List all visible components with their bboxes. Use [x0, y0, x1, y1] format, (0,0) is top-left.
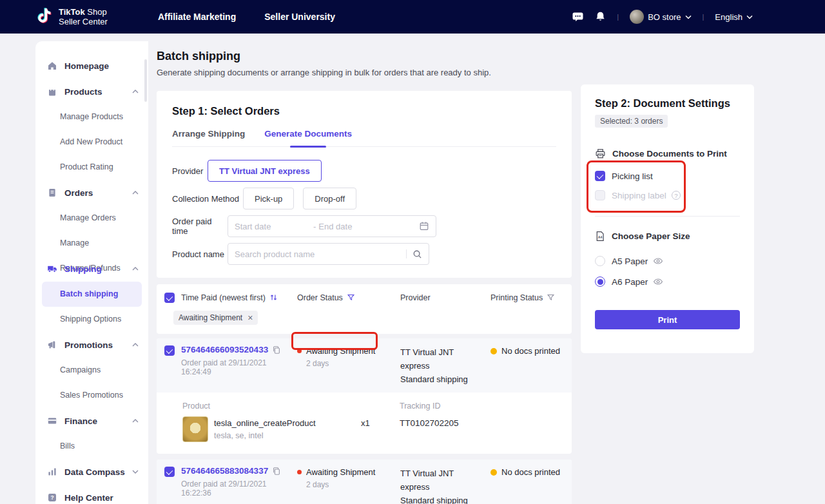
- provider-label: Provider: [172, 166, 208, 176]
- sidebar-item-batch-shipping[interactable]: Batch shipping: [42, 282, 142, 307]
- sidebar-item-label: Data Compass: [64, 467, 125, 477]
- shipping-label-label: Shipping label: [612, 191, 666, 200]
- copy-icon[interactable]: [272, 467, 281, 476]
- sidebar-item-promotions[interactable]: Promotions: [35, 332, 148, 358]
- chevron-down-icon: [132, 470, 139, 474]
- page-title: Batch shipping: [157, 50, 572, 63]
- help-circle-icon[interactable]: ?: [672, 191, 681, 200]
- tiktok-shop-logo[interactable]: TikTok Shop Seller Center: [36, 6, 108, 27]
- shipping-label-checkbox-disabled[interactable]: [595, 190, 605, 200]
- printing-status-dot-yellow: [490, 469, 497, 476]
- sidebar-item-sales-promotions[interactable]: Sales Promotions: [35, 383, 148, 408]
- product-search-box[interactable]: [228, 243, 429, 265]
- product-search-input[interactable]: [235, 249, 406, 259]
- order-checkbox[interactable]: [164, 467, 175, 477]
- sort-time-paid[interactable]: Time Paid (newest first): [181, 293, 297, 302]
- promotions-megaphone-icon: [47, 340, 57, 350]
- order-id-link[interactable]: 576464665883084337: [181, 466, 268, 476]
- sidebar-item-manage-orders[interactable]: Manage Orders: [35, 206, 148, 231]
- nav-link-affiliate-marketing[interactable]: Affiliate Marketing: [158, 12, 236, 22]
- remove-filter-icon[interactable]: ×: [248, 313, 253, 322]
- product-name: tesla_online_createProduct: [214, 418, 316, 428]
- picking-list-checkbox[interactable]: [595, 171, 605, 181]
- shipping-truck-icon: [47, 264, 57, 274]
- provider-line1: TT Virtual JNT: [400, 345, 490, 359]
- order-checkbox[interactable]: [164, 345, 175, 356]
- notifications-bell-icon[interactable]: [595, 11, 606, 23]
- end-date-input[interactable]: [318, 222, 394, 231]
- sidebar-item-help-center[interactable]: ? Help Center: [35, 485, 148, 504]
- step2-panel: Step 2: Document Settings Selected: 3 or…: [581, 84, 754, 353]
- shipping-label-option[interactable]: Shipping label ?: [595, 190, 740, 200]
- select-all-checkbox[interactable]: [164, 293, 175, 303]
- picking-list-option[interactable]: Picking list: [595, 171, 740, 181]
- nav-link-seller-university[interactable]: Seller University: [264, 12, 335, 22]
- sidebar-item-orders[interactable]: Orders: [35, 180, 148, 206]
- store-switcher[interactable]: BO store: [630, 10, 691, 24]
- print-button[interactable]: Print: [595, 310, 740, 329]
- language-selector[interactable]: English: [715, 12, 753, 22]
- sidebar-item-label: Help Center: [64, 493, 113, 503]
- data-compass-chart-icon: [47, 467, 57, 477]
- logo-word-tiktok: TikTok: [59, 7, 85, 17]
- tiktok-note-icon: [36, 6, 53, 27]
- pickup-button[interactable]: Pick-up: [243, 188, 294, 209]
- sidebar-item-finance[interactable]: Finance: [35, 408, 148, 434]
- sidebar-item-shipping-options[interactable]: Shipping Options: [35, 307, 148, 332]
- order-age: 2 days: [297, 359, 400, 368]
- order-age: 2 days: [297, 480, 400, 489]
- sidebar-item-product-rating[interactable]: Product Rating: [35, 155, 148, 180]
- filter-tag-awaiting-shipment[interactable]: Awaiting Shipment ×: [173, 311, 258, 325]
- start-date-input[interactable]: [235, 222, 311, 231]
- preview-eye-icon[interactable]: [653, 257, 663, 266]
- a6-radio-selected[interactable]: [595, 276, 605, 287]
- provider-selected-button[interactable]: TT Virtual JNT express: [208, 160, 322, 182]
- sidebar-item-label: Promotions: [64, 340, 113, 350]
- preview-eye-icon[interactable]: [653, 277, 663, 286]
- filter-order-status[interactable]: Order Status: [297, 293, 400, 302]
- help-question-icon: ?: [47, 492, 57, 503]
- orders-document-icon: [47, 188, 57, 198]
- order-card: 576464666093520433 Order paid at 29/11/2…: [157, 338, 572, 454]
- search-icon[interactable]: [412, 249, 422, 259]
- choose-paper-size-section: A4 Choose Paper Size: [595, 231, 740, 242]
- a5-paper-option[interactable]: A5 Paper: [595, 256, 740, 266]
- a6-paper-option[interactable]: A6 Paper: [595, 276, 740, 287]
- printing-status-dot-yellow: [490, 348, 497, 354]
- calendar-icon[interactable]: [419, 221, 429, 231]
- product-name-label: Product name: [172, 249, 228, 259]
- sidebar-scrollbar[interactable]: [144, 59, 147, 102]
- sidebar-item-label: Orders: [64, 188, 93, 198]
- tab-generate-documents[interactable]: Generate Documents: [264, 129, 352, 146]
- filter-funnel-icon: [547, 293, 555, 302]
- nav-divider: |: [617, 13, 619, 21]
- sidebar-item-campaigns[interactable]: Campaigns: [35, 358, 148, 383]
- sidebar-item-manage-returns-refunds[interactable]: Manage Returns/Refunds: [35, 231, 148, 256]
- sort-arrows-icon: [269, 293, 278, 302]
- shipping-method: Standard shipping: [400, 373, 490, 386]
- sidebar-item-label: Homepage: [64, 61, 109, 71]
- shipping-method: Standard shipping: [400, 494, 490, 504]
- sidebar-item-bills[interactable]: Bills: [35, 434, 148, 459]
- step1-filters: Provider TT Virtual JNT express Collecti…: [172, 160, 556, 265]
- tab-arrange-shipping[interactable]: Arrange Shipping: [172, 129, 245, 146]
- sidebar-item-add-new-product[interactable]: Add New Product: [35, 130, 148, 155]
- sidebar-item-homepage[interactable]: Homepage: [35, 53, 148, 79]
- order-card: 576464665883084337 Order paid at 29/11/2…: [157, 460, 572, 504]
- svg-text:?: ?: [50, 494, 53, 501]
- step1-title: Step 1: Select Orders: [172, 105, 556, 117]
- paper-size-icon: A4: [595, 231, 605, 242]
- sidebar-item-data-compass[interactable]: Data Compass: [35, 459, 148, 485]
- dropoff-button[interactable]: Drop-off: [303, 188, 356, 209]
- provider-line2: express: [400, 359, 490, 373]
- page-subtitle: Generate shipping documents or arrange s…: [157, 68, 572, 77]
- sidebar-item-manage-products[interactable]: Manage Products: [35, 104, 148, 130]
- a5-radio[interactable]: [595, 256, 605, 266]
- sidebar-item-label: Products: [64, 87, 102, 97]
- sidebar-item-products[interactable]: Products: [35, 79, 148, 104]
- messages-icon[interactable]: [572, 11, 584, 23]
- copy-icon[interactable]: [272, 345, 281, 354]
- order-id-link[interactable]: 576464666093520433: [181, 345, 268, 354]
- filter-printing-status[interactable]: Printing Status: [490, 293, 564, 302]
- date-range-picker[interactable]: -: [228, 215, 436, 237]
